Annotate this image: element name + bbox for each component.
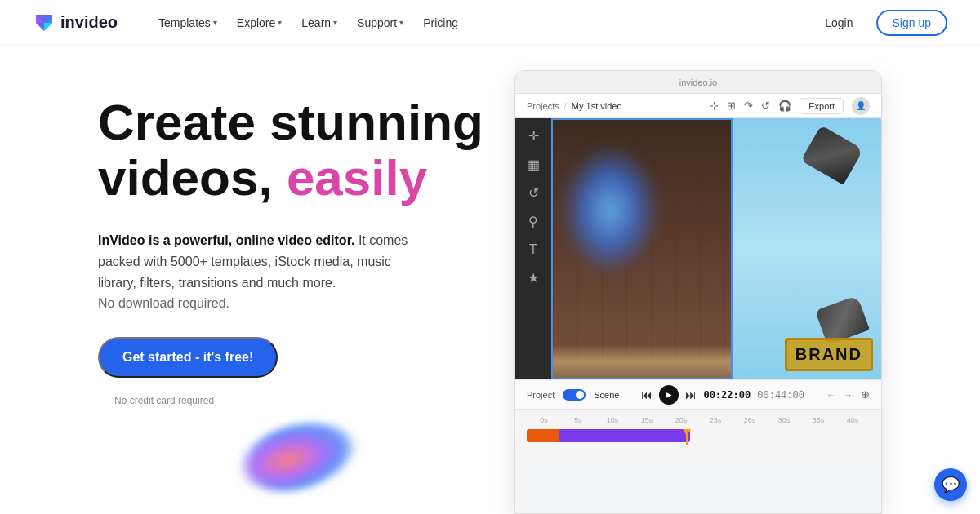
tick-15: 15s [630,416,664,424]
smoke-effect [561,144,659,275]
tick-20: 20s [664,416,698,424]
refresh-icon[interactable]: ↺ [761,100,770,112]
tick-26: 26s [733,416,767,424]
breadcrumb-current[interactable]: My 1st video [572,101,622,111]
hero-title: Create stunning videos, easily [98,95,490,206]
chevron-down-icon: ▾ [213,18,217,27]
leaves-overlay [553,345,731,378]
headphone-icon[interactable]: 🎧 [778,100,791,112]
grid-icon[interactable]: ⊞ [727,100,736,112]
rotate-tool[interactable]: ↺ [528,185,539,201]
tick-5: 5s [561,416,595,424]
hero-section: Create stunning videos, easily InVideo i… [0,46,980,514]
navbar: invideo Templates ▾ Explore ▾ Learn ▾ Su… [0,0,980,46]
scroll-right-icon[interactable]: → [844,390,853,400]
export-button[interactable]: Export [800,98,844,114]
editor-topbar: invideo.io [515,71,881,94]
play-button[interactable]: ▶ [659,385,679,405]
project-toggle[interactable] [563,389,586,401]
next-button[interactable]: ⏭ [685,388,697,401]
chevron-down-icon: ▾ [333,18,337,27]
editor-breadcrumb: Projects / My 1st video ⊹ ⊞ ↷ ↺ 🎧 Export… [515,94,881,118]
crop-tool[interactable]: ⚲ [528,214,538,229]
nav-support[interactable]: Support ▾ [349,11,412,34]
timeline-tracks [527,429,870,445]
playback-controls: Project Scene ⏮ ▶ ⏭ 00:22:00 00:44:00 ← … [515,379,881,409]
controls-right: ← → ⊕ [826,388,870,401]
nav-pricing[interactable]: Pricing [415,11,466,34]
svg-marker-3 [44,23,52,31]
canvas-right-panel: BRAND [733,118,881,379]
logo-text: invideo [60,13,118,32]
nav-templates[interactable]: Templates ▾ [150,11,225,34]
breadcrumb-actions: ⊹ ⊞ ↷ ↺ 🎧 Export 👤 [710,97,870,115]
move-icon[interactable]: ⊹ [710,100,719,112]
hero-description: InVideo is a powerful, online video edit… [98,230,408,313]
editor-mockup: invideo.io Projects / My 1st video ⊹ ⊞ ↷… [514,70,882,514]
timeline[interactable]: 0s 5s 10s 15s 20s 23s 26s 30s 35s 40s [515,409,881,450]
time-total: 00:44:00 [757,389,804,401]
user-avatar[interactable]: 👤 [852,97,870,115]
project-label: Project [527,390,555,400]
tick-40: 40s [835,416,870,424]
editor-body: ✛ ▦ ↺ ⚲ T ★ [515,118,881,379]
layers-tool[interactable]: ▦ [528,157,540,172]
timeline-cursor[interactable] [686,429,688,445]
tick-35: 35s [801,416,835,424]
move-tool[interactable]: ✛ [528,128,539,144]
time-current: 00:22:00 [703,389,751,401]
nav-links: Templates ▾ Explore ▾ Learn ▾ Support ▾ … [150,11,815,34]
cta-button[interactable]: Get started - it's free! [98,337,278,378]
canvas-area: BRAND [551,118,881,379]
star-tool[interactable]: ★ [528,270,539,286]
chevron-down-icon: ▾ [399,18,403,27]
nav-right: Login Sign up [815,10,947,36]
logo[interactable]: invideo [33,11,118,34]
editor-sidebar: ✛ ▦ ↺ ⚲ T ★ [515,118,551,379]
canvas-left-panel [551,118,733,379]
zoom-icon[interactable]: ⊕ [861,388,870,401]
signup-button[interactable]: Sign up [876,10,947,36]
transport-controls: ⏮ ▶ ⏭ 00:22:00 00:44:00 [641,385,804,405]
brand-badge: BRAND [785,338,873,371]
prev-button[interactable]: ⏮ [641,388,653,401]
tick-0: 0s [527,416,561,424]
nav-explore[interactable]: Explore ▾ [229,11,290,34]
timeline-ruler: 0s 5s 10s 15s 20s 23s 26s 30s 35s 40s [527,414,870,426]
chevron-down-icon: ▾ [278,18,282,27]
tick-30: 30s [767,416,801,424]
track-block-purple[interactable] [559,429,690,442]
breadcrumb-separator: / [564,101,567,111]
redo-icon[interactable]: ↷ [744,100,753,112]
chat-icon: 💬 [942,476,960,494]
chat-bubble[interactable]: 💬 [934,468,967,501]
login-button[interactable]: Login [815,11,862,34]
editor-canvas: BRAND [551,118,881,379]
tick-23: 23s [698,416,733,424]
scene-label: Scene [594,390,619,400]
text-tool[interactable]: T [529,242,537,257]
tick-10: 10s [595,416,630,424]
no-credit-label: No credit card required [114,395,214,406]
nav-learn[interactable]: Learn ▾ [293,11,345,34]
breadcrumb-projects[interactable]: Projects [527,101,559,111]
scroll-left-icon[interactable]: ← [826,390,835,400]
editor-domain: invideo.io [679,78,717,87]
